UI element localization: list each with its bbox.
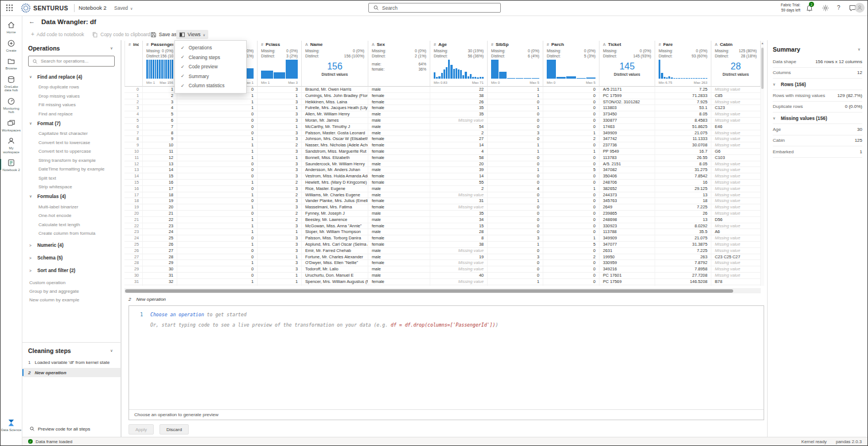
search-input[interactable]: Search: [368, 3, 501, 13]
grid-cell[interactable]: Fynney, Mr. Joseph J: [302, 211, 368, 216]
operation-item-capitalize-first-character[interactable]: Capitalize first character: [22, 129, 120, 138]
grid-cell[interactable]: male: [368, 248, 430, 254]
grid-cell[interactable]: 1: [177, 142, 258, 148]
grid-cell[interactable]: 22: [430, 87, 488, 92]
grid-cell[interactable]: 21.075: [655, 235, 711, 241]
grid-cell[interactable]: 8: [430, 235, 488, 241]
grid-cell[interactable]: 0: [543, 279, 600, 285]
grid-cell[interactable]: 30.0708: [655, 142, 711, 148]
operation-group-numeric-4[interactable]: >Numeric (4): [22, 241, 120, 250]
grid-cell[interactable]: female: [368, 285, 430, 286]
grid-cell[interactable]: 3: [258, 242, 302, 247]
grid-cell[interactable]: 0: [543, 260, 600, 266]
grid-cell[interactable]: female: [368, 99, 430, 105]
operation-item-fill-missing-values[interactable]: Fill missing values: [22, 100, 120, 110]
grid-cell[interactable]: Missing value: [430, 118, 488, 123]
grid-cell[interactable]: 19: [143, 198, 177, 204]
grid-cell[interactable]: C85: [711, 93, 761, 99]
grid-cell[interactable]: 1: [258, 229, 302, 235]
column-header-parch[interactable]: #ParchMissing:0 (0%)Distinct:5 (3%)Min 0…: [543, 41, 600, 87]
grid-cell[interactable]: 1: [488, 167, 543, 173]
grid-cell[interactable]: 1: [488, 87, 543, 92]
save-status-dropdown[interactable]: Saved∨: [114, 5, 133, 11]
grid-cell[interactable]: 28: [430, 229, 488, 235]
grid-cell[interactable]: 8: [124, 136, 143, 142]
grid-cell[interactable]: 0: [488, 273, 543, 278]
grid-cell[interactable]: 0: [543, 217, 600, 223]
grid-cell[interactable]: 349216: [600, 266, 655, 272]
grid-cell[interactable]: Palsson, Miss. Torborg Danira: [302, 235, 368, 241]
grid-cell[interactable]: 4: [488, 186, 543, 192]
grid-cell[interactable]: 18: [143, 192, 177, 198]
grid-cell[interactable]: 0: [488, 155, 543, 161]
grid-cell[interactable]: 2: [258, 142, 302, 148]
grid-cell[interactable]: 13: [124, 167, 143, 173]
grid-cell[interactable]: Missing value: [711, 173, 761, 179]
grid-cell[interactable]: 1: [177, 223, 258, 229]
grid-cell[interactable]: 0: [543, 93, 600, 99]
grid-cell[interactable]: 0: [488, 118, 543, 123]
grid-cell[interactable]: 21: [143, 211, 177, 216]
grid-cell[interactable]: female: [368, 142, 430, 148]
grid-cell[interactable]: female: [368, 93, 430, 99]
grid-cell[interactable]: 31: [124, 279, 143, 285]
grid-cell[interactable]: Sloper, Mr. William Thompson: [302, 229, 368, 235]
grid-cell[interactable]: E46: [711, 124, 761, 130]
grid-cell[interactable]: 0: [177, 198, 258, 204]
grid-cell[interactable]: 0: [488, 173, 543, 179]
grid-cell[interactable]: 347742: [600, 136, 655, 142]
grid-cell[interactable]: 17: [124, 192, 143, 198]
grid-cell[interactable]: 40: [430, 273, 488, 278]
grid-cell[interactable]: female: [368, 223, 430, 229]
grid-cell[interactable]: 27: [124, 254, 143, 260]
grid-cell[interactable]: 0: [488, 136, 543, 142]
operation-item-split-text[interactable]: Split text: [22, 174, 120, 183]
grid-cell[interactable]: 23: [143, 223, 177, 229]
grid-cell[interactable]: 10: [143, 142, 177, 148]
grid-cell[interactable]: 31: [143, 273, 177, 278]
operation-item-datetime-formatting-by-example[interactable]: DateTime formatting by example: [22, 165, 120, 174]
grid-cell[interactable]: Braund, Mr. Owen Harris: [302, 87, 368, 92]
operation-item-strip-whitespace[interactable]: Strip whitespace: [22, 183, 120, 192]
grid-cell[interactable]: 244373: [600, 192, 655, 198]
grid-cell[interactable]: 14: [143, 167, 177, 173]
grid-cell[interactable]: Fortune, Mr. Charles Alexander: [302, 254, 368, 260]
summary-group-missing-values-156[interactable]: ∨Missing values (156): [773, 113, 862, 124]
grid-cell[interactable]: 9: [143, 136, 177, 142]
rail-item-home[interactable]: Home: [0, 18, 22, 37]
grid-cell[interactable]: 146.5208: [655, 279, 711, 285]
operation-item-new-column-by-example[interactable]: New column by example: [22, 296, 120, 304]
grid-cell[interactable]: O'Dwyer, Miss. Ellen "Nellie": [302, 260, 368, 266]
operation-group-schema-5[interactable]: >Schema (5): [22, 253, 120, 263]
grid-cell[interactable]: 31.3875: [655, 242, 711, 247]
grid-cell[interactable]: 13: [655, 192, 711, 198]
notebook-title[interactable]: Notebook 2: [79, 5, 107, 11]
grid-cell[interactable]: male: [368, 211, 430, 216]
grid-cell[interactable]: 0: [177, 111, 258, 117]
grid-cell[interactable]: male: [368, 229, 430, 235]
rail-item-monitoring-hub[interactable]: Monitoring hub: [0, 95, 22, 117]
grid-cell[interactable]: 7: [143, 124, 177, 130]
grid-cell[interactable]: male: [368, 254, 430, 260]
grid-cell[interactable]: 7: [124, 130, 143, 136]
grid-cell[interactable]: 53.1: [655, 105, 711, 111]
grid-cell[interactable]: Spencer, Mrs. William Augustus (Marie Eu…: [302, 279, 368, 285]
grid-cell[interactable]: 0: [543, 229, 600, 235]
grid-cell[interactable]: Sandstrom, Miss. Marguerite Rut: [302, 149, 368, 154]
grid-cell[interactable]: 11.1333: [655, 136, 711, 142]
operation-item-convert-text-to-lowercase[interactable]: Convert text to lowercase: [22, 138, 120, 148]
grid-cell[interactable]: 21: [124, 217, 143, 223]
grid-cell[interactable]: Missing value: [711, 242, 761, 247]
grid-cell[interactable]: 0: [543, 211, 600, 216]
grid-cell[interactable]: 2: [430, 130, 488, 136]
scrollbar-thumb[interactable]: [761, 48, 764, 89]
grid-cell[interactable]: 0: [488, 285, 543, 286]
grid-cell[interactable]: 0: [543, 173, 600, 179]
grid-cell[interactable]: 239865: [600, 211, 655, 216]
grid-cell[interactable]: 349909: [600, 235, 655, 241]
grid-cell[interactable]: 7.25: [655, 87, 711, 92]
grid-cell[interactable]: Missing value: [430, 260, 488, 266]
grid-cell[interactable]: 0: [177, 273, 258, 278]
grid-cell[interactable]: 19: [430, 254, 488, 260]
grid-cell[interactable]: 0: [124, 87, 143, 92]
